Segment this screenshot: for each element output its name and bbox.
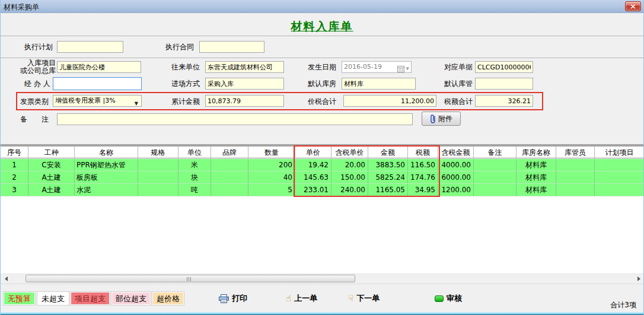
column-header: 工种: [28, 147, 75, 158]
next-order-button[interactable]: ☟ 下一单: [348, 293, 380, 304]
project-label: 入库项目或公司总库: [18, 59, 56, 75]
table-cell[interactable]: 3: [1, 184, 28, 196]
table-cell[interactable]: 吨: [178, 184, 211, 196]
table-cell[interactable]: [556, 159, 595, 171]
table-cell[interactable]: 3883.50: [368, 159, 408, 171]
table-cell[interactable]: 233.01: [295, 184, 331, 196]
table-cell[interactable]: 5825.24: [368, 171, 408, 183]
remark-label: 备 注: [20, 113, 49, 125]
scroll-left-arrow-icon[interactable]: [5, 276, 8, 281]
table-cell[interactable]: 2: [1, 171, 28, 183]
table-cell[interactable]: 6000.00: [438, 171, 474, 183]
table-cell[interactable]: 材料库: [517, 184, 556, 196]
table-cell[interactable]: [556, 184, 595, 196]
table-cell[interactable]: [595, 171, 644, 183]
next-order-label: 下一单: [356, 293, 380, 304]
table-cell[interactable]: 1165.05: [368, 184, 408, 196]
table-cell[interactable]: [474, 184, 517, 196]
previous-order-button[interactable]: ☝ 上一单: [286, 293, 317, 304]
cum-amount-input[interactable]: [205, 95, 284, 107]
entry-method-input[interactable]: [205, 78, 284, 90]
column-header: 库管员: [556, 147, 595, 158]
page-title: 材料入库单: [1, 19, 643, 34]
entry-method-label: 进场方式: [171, 78, 200, 90]
handler-input[interactable]: [53, 77, 142, 90]
window-bottom-border: [1, 312, 644, 315]
table-cell[interactable]: 材料库: [517, 171, 556, 183]
scroll-right-arrow-icon[interactable]: [637, 276, 640, 281]
handler-label: 经 办 人: [24, 78, 50, 90]
date-picker[interactable]: 2016-05-19 ▼: [342, 61, 412, 73]
scrollbar-thumb[interactable]: [25, 275, 355, 282]
horizontal-scrollbar[interactable]: [1, 273, 644, 284]
doc-input[interactable]: [475, 61, 533, 73]
table-row[interactable]: 1C安装PPR钢塑热水管米20019.4220.003883.50116.504…: [1, 159, 644, 171]
project-input[interactable]: [57, 61, 141, 73]
vendor-input[interactable]: [205, 61, 284, 73]
table-cell[interactable]: 材料库: [517, 159, 556, 171]
table-cell[interactable]: 150.00: [331, 171, 368, 183]
table-cell[interactable]: 5: [248, 184, 295, 196]
table-cell[interactable]: [556, 171, 595, 183]
table-cell[interactable]: [138, 159, 178, 171]
exec-contract-label: 执行合同: [165, 41, 194, 53]
price-tax-total-label: 价税合计: [308, 96, 336, 107]
tax-total-input[interactable]: [475, 95, 533, 107]
exec-plan-input[interactable]: [57, 41, 123, 53]
table-cell[interactable]: 174.76: [408, 171, 438, 183]
warehouse-input[interactable]: [342, 78, 416, 90]
table-cell[interactable]: A土建: [28, 184, 75, 196]
hand-up-icon: ☝: [286, 294, 291, 303]
keeper-input[interactable]: [475, 78, 533, 90]
warehouse-label: 默认库房: [308, 78, 336, 90]
table-cell[interactable]: [595, 159, 644, 171]
attachment-button-label: 附件: [438, 114, 452, 124]
print-button[interactable]: 打印: [219, 293, 247, 304]
column-header: 含税单价: [331, 147, 368, 158]
table-cell[interactable]: 板房板: [75, 171, 138, 183]
table-cell[interactable]: [474, 159, 517, 171]
attachment-button[interactable]: 附件: [422, 112, 461, 126]
invoice-type-select[interactable]: 增值税专用发票 |3% ▼: [53, 95, 142, 107]
table-cell[interactable]: [211, 171, 248, 183]
close-button[interactable]: ×: [625, 1, 641, 11]
price-tax-total-input[interactable]: [343, 95, 436, 107]
calendar-dropdown[interactable]: ▼: [397, 63, 409, 74]
table-cell[interactable]: [595, 184, 644, 196]
table-row[interactable]: 2A土建板房板块40145.63150.005825.24174.766000.…: [1, 171, 644, 184]
column-header: 数量: [248, 147, 295, 158]
table-cell[interactable]: 块: [178, 171, 211, 183]
printer-icon: [219, 294, 229, 303]
table-cell[interactable]: [211, 184, 248, 196]
table-cell[interactable]: 40: [248, 171, 295, 183]
table-cell[interactable]: 200: [248, 159, 295, 171]
chevron-down-icon: ▼: [406, 63, 409, 74]
remark-input[interactable]: [57, 113, 413, 125]
table-cell[interactable]: 116.50: [408, 159, 438, 171]
table-cell[interactable]: 米: [178, 159, 211, 171]
legend-section-overspent: 部位超支: [111, 292, 151, 305]
table-cell[interactable]: [138, 171, 178, 183]
table-cell[interactable]: PPR钢塑热水管: [75, 159, 138, 171]
table-cell[interactable]: 4000.00: [438, 159, 474, 171]
table-cell[interactable]: 1: [1, 159, 28, 171]
scrollbar-grip: [187, 277, 191, 281]
table-cell[interactable]: 20.00: [331, 159, 368, 171]
table-cell[interactable]: 19.42: [295, 159, 331, 171]
table-cell[interactable]: [211, 159, 248, 171]
table-cell[interactable]: C安装: [28, 159, 75, 171]
table-cell[interactable]: 水泥: [75, 184, 138, 196]
footer-bar: 无预算 未超支 项目超支 部位超支 超价格 打印 ☝ 上一单 ☟ 下一单: [1, 284, 644, 312]
table-cell[interactable]: 34.95: [408, 184, 438, 196]
legend-not-overspent: 未超支: [37, 292, 69, 305]
exec-contract-input[interactable]: [199, 41, 264, 53]
table-cell[interactable]: 145.63: [295, 171, 331, 183]
table-cell[interactable]: 240.00: [331, 184, 368, 196]
table-cell[interactable]: A土建: [28, 171, 75, 183]
audit-button[interactable]: 审核: [435, 293, 462, 304]
table-row[interactable]: 3A土建水泥吨5233.01240.001165.0534.951200.00材…: [1, 184, 644, 196]
table-cell[interactable]: [474, 171, 517, 183]
column-header: 单价: [295, 147, 331, 158]
table-cell[interactable]: 1200.00: [438, 184, 474, 196]
table-cell[interactable]: [138, 184, 178, 196]
